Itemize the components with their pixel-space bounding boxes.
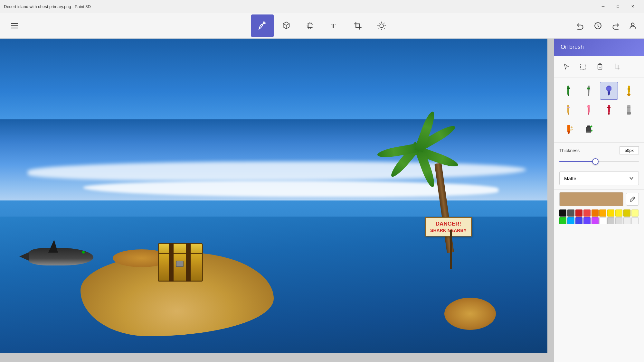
- undo-button[interactable]: [573, 18, 589, 34]
- svg-line-59: [633, 198, 634, 199]
- chevron-down-icon: [629, 176, 634, 181]
- color-dark-red[interactable]: [575, 209, 582, 217]
- svg-rect-45: [608, 105, 610, 113]
- thickness-slider[interactable]: [559, 161, 639, 162]
- menu-left: [3, 14, 26, 37]
- island-small: [444, 298, 496, 330]
- canvas-image: DANGER! SHARK NEARBY: [0, 39, 554, 362]
- brush-oil[interactable]: [600, 82, 618, 100]
- color-current-row: [559, 192, 639, 206]
- paste-button[interactable]: [593, 60, 607, 74]
- panel-header: Oil brush: [554, 39, 644, 56]
- svg-point-54: [572, 129, 573, 130]
- brush-spray[interactable]: [559, 120, 577, 138]
- hamburger-menu[interactable]: [3, 14, 26, 37]
- maximize-button[interactable]: □: [611, 0, 625, 13]
- sign-post: [450, 230, 452, 269]
- shark: [19, 240, 100, 269]
- svg-point-37: [627, 93, 630, 96]
- crop-selection-button[interactable]: [610, 60, 624, 74]
- tool-crop[interactable]: [346, 14, 369, 37]
- color-orange-dark[interactable]: [592, 209, 599, 217]
- color-white[interactable]: [599, 217, 606, 224]
- svg-point-9: [380, 24, 384, 28]
- brush-pencil[interactable]: [559, 101, 577, 119]
- color-orange[interactable]: [599, 209, 606, 217]
- svg-line-12: [379, 23, 379, 23]
- color-green[interactable]: [559, 217, 566, 224]
- chest-band-2: [186, 243, 191, 282]
- color-yellow-dark[interactable]: [607, 209, 614, 217]
- material-dropdown[interactable]: Matte: [559, 171, 639, 185]
- svg-rect-50: [627, 107, 630, 108]
- eyedropper-icon: [629, 196, 636, 202]
- palm-leaves: [412, 130, 477, 169]
- color-dark-gray[interactable]: [567, 209, 574, 217]
- treasure-chest: [158, 243, 203, 282]
- tool-effects[interactable]: [370, 14, 393, 37]
- minimize-button[interactable]: ─: [596, 0, 611, 13]
- marquee-select-button[interactable]: [576, 60, 590, 74]
- color-red[interactable]: [583, 209, 591, 217]
- toolbar-right-actions: [573, 18, 641, 34]
- color-yellow[interactable]: [615, 209, 622, 217]
- svg-point-53: [571, 126, 573, 128]
- color-light-gray[interactable]: [607, 217, 614, 224]
- brush-crayon[interactable]: [580, 101, 598, 119]
- panel-title: Oil brush: [561, 44, 584, 50]
- svg-marker-46: [608, 113, 610, 115]
- tool-text[interactable]: T: [323, 14, 345, 37]
- color-indigo[interactable]: [583, 217, 591, 224]
- svg-line-4: [283, 23, 286, 25]
- vertical-scrollbar[interactable]: [547, 39, 554, 353]
- select-tool-button[interactable]: [559, 60, 573, 74]
- redo-button[interactable]: [607, 18, 623, 34]
- canvas-area[interactable]: DANGER! SHARK NEARBY: [0, 39, 554, 362]
- shark-body: [29, 248, 93, 265]
- brush-marker[interactable]: [559, 82, 577, 100]
- svg-marker-34: [608, 92, 610, 95]
- svg-rect-33: [606, 87, 611, 90]
- color-purple[interactable]: [592, 217, 599, 224]
- horizontal-scrollbar[interactable]: [0, 353, 554, 362]
- color-gold[interactable]: [623, 209, 630, 217]
- profile-button[interactable]: [625, 18, 641, 34]
- thickness-value: 50px: [620, 146, 639, 154]
- color-mid-gray[interactable]: [615, 217, 622, 224]
- svg-rect-49: [627, 112, 631, 115]
- color-black[interactable]: [559, 209, 566, 217]
- color-blue[interactable]: [575, 217, 582, 224]
- tool-2d-shapes[interactable]: [299, 14, 321, 37]
- svg-rect-41: [567, 107, 570, 108]
- material-label: Matte: [564, 176, 576, 181]
- color-pale-yellow[interactable]: [631, 209, 639, 217]
- svg-rect-47: [607, 107, 611, 108]
- brush-fill[interactable]: [580, 120, 598, 138]
- tool-3d-shapes[interactable]: [275, 14, 298, 37]
- brush-eraser[interactable]: [620, 101, 638, 119]
- brush-watercolor[interactable]: [620, 82, 638, 100]
- app-title: Desert island with chest primary.png - P…: [4, 4, 91, 9]
- color-cyan[interactable]: [567, 217, 574, 224]
- svg-rect-57: [587, 125, 590, 127]
- svg-rect-58: [586, 131, 591, 133]
- svg-marker-40: [567, 113, 569, 115]
- active-color-swatch[interactable]: [559, 192, 623, 206]
- color-near-white[interactable]: [631, 217, 639, 224]
- brush-calligraphy[interactable]: [580, 82, 598, 100]
- brush-red-marker[interactable]: [600, 101, 618, 119]
- thickness-section: Thickness 50px: [554, 142, 644, 167]
- svg-marker-43: [588, 113, 590, 115]
- tool-brushes[interactable]: [251, 14, 274, 37]
- history-button[interactable]: [590, 18, 606, 34]
- thickness-header: Thickness 50px: [559, 146, 639, 154]
- main-toolbar: T: [0, 13, 644, 39]
- close-button[interactable]: ✕: [625, 0, 640, 13]
- right-panel: Oil brush: [554, 39, 644, 362]
- shark-fin: [48, 240, 58, 253]
- svg-rect-30: [587, 88, 590, 89]
- shark-eye: [82, 251, 85, 254]
- svg-line-13: [384, 28, 384, 28]
- color-very-light-gray[interactable]: [623, 217, 630, 224]
- eyedropper-button[interactable]: [626, 193, 639, 206]
